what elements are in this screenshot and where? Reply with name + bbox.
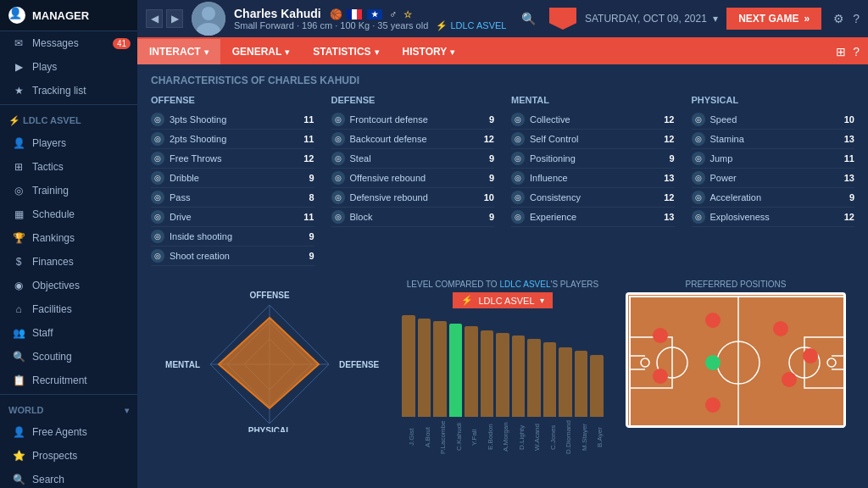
- prospects-icon: ⭐: [12, 450, 25, 462]
- char-skill-icon: ◎: [151, 132, 164, 146]
- sidebar-item-facilities[interactable]: ⌂ Facilities: [0, 297, 137, 321]
- char-skill-icon: ◎: [692, 152, 705, 165]
- char-skill-value: 9: [849, 192, 854, 202]
- sidebar-label-plays: Plays: [32, 61, 57, 73]
- char-skill-icon: ◎: [511, 132, 525, 146]
- char-row: ◎ Experience 13: [511, 208, 675, 227]
- nav-back-button[interactable]: ◀: [146, 9, 163, 28]
- char-skill-label: Drive: [170, 212, 192, 222]
- sidebar-title: MANAGER: [32, 9, 89, 22]
- sidebar-item-search[interactable]: 🔍 Search: [0, 468, 137, 488]
- char-row: ◎ Offensive rebound 9: [331, 169, 495, 188]
- offense-rows: ◎ 3pts Shooting 11 ◎ 2pts Shooting 11 ◎ …: [151, 110, 314, 266]
- court-container: PREFERRED POSITIONS: [617, 280, 854, 454]
- sidebar-label-objectives: Objectives: [32, 280, 80, 291]
- sidebar-item-plays[interactable]: ▶ Plays: [0, 55, 137, 79]
- mental-header: MENTAL: [511, 95, 675, 105]
- subnav-icon2[interactable]: ?: [853, 45, 860, 58]
- sidebar-item-objectives[interactable]: ◉ Objectives: [0, 274, 137, 297]
- physical-header: PHYSICAL: [692, 95, 855, 105]
- char-skill-value: 9: [489, 173, 494, 183]
- char-row: ◎ Frontcourt defense 9: [331, 110, 495, 130]
- world-label: WORLD: [8, 405, 44, 415]
- char-skill-icon: ◎: [331, 132, 345, 146]
- objectives-icon: ◉: [12, 280, 25, 291]
- subnav-icon1[interactable]: ⊞: [836, 45, 846, 58]
- bottom-section: OFFENSE DEFENSE PHYSICAL MENTAL LEVEL CO…: [151, 280, 854, 454]
- subnav-general[interactable]: GENERAL ▾: [220, 39, 302, 64]
- char-skill-icon: ◎: [151, 249, 164, 263]
- char-skill-label: Backcourt defense: [350, 134, 427, 144]
- sidebar-item-rankings[interactable]: 🏆 Rankings: [0, 226, 137, 250]
- char-skill-label: Steal: [350, 153, 371, 164]
- subnav-history[interactable]: HISTORY ▾: [391, 39, 467, 64]
- sidebar-header: 👤 MANAGER: [0, 0, 137, 31]
- sidebar-item-prospects[interactable]: ⭐ Prospects: [0, 444, 137, 468]
- messages-icon: ✉: [12, 37, 25, 49]
- sidebar-label-players: Players: [32, 137, 66, 149]
- team-icon: ⚡: [461, 295, 473, 306]
- char-skill-label: Offensive rebound: [350, 173, 426, 183]
- subnav-statistics[interactable]: STATISTICS ▾: [301, 39, 390, 64]
- sidebar-section-ldlc: ⚡ LDLC ASVEL: [0, 110, 137, 131]
- char-skill-label: Influence: [530, 173, 568, 183]
- sidebar-item-tracking[interactable]: ★ Tracking list: [0, 79, 137, 103]
- help-icon[interactable]: ?: [853, 12, 860, 25]
- sidebar-label-recruitment: Recruitment: [32, 374, 87, 386]
- recruitment-icon: 📋: [12, 374, 25, 386]
- nav-forward-button[interactable]: ▶: [166, 9, 183, 28]
- sidebar-item-tactics[interactable]: ⊞ Tactics: [0, 155, 137, 179]
- bar-item: [418, 319, 431, 417]
- char-skill-value: 13: [664, 212, 674, 222]
- date-chevron-icon[interactable]: ▾: [713, 13, 718, 25]
- facilities-icon: ⌂: [12, 303, 25, 315]
- next-game-button[interactable]: NEXT GAME »: [726, 8, 821, 30]
- svg-point-27: [653, 328, 668, 343]
- sidebar-item-free-agents[interactable]: 👤 Free Agents: [0, 420, 137, 444]
- char-skill-label: Acceleration: [710, 192, 762, 202]
- char-skill-label: Explosiveness: [710, 212, 770, 222]
- search-icon[interactable]: 🔍: [521, 12, 536, 25]
- char-skill-value: 12: [664, 192, 674, 202]
- sidebar-label-messages: Messages: [32, 37, 79, 49]
- char-skill-value: 11: [303, 212, 314, 222]
- sidebar-item-training[interactable]: ◎ Training: [0, 179, 137, 202]
- bar-item: [402, 315, 415, 417]
- court-title: PREFERRED POSITIONS: [686, 280, 787, 289]
- sidebar-item-messages[interactable]: ✉ Messages 41: [0, 31, 137, 55]
- sidebar-section-world[interactable]: WORLD ▾: [0, 400, 137, 420]
- mental-column: MENTAL ◎ Collective 12 ◎ Self Control 12…: [511, 95, 675, 266]
- search-sidebar-icon: 🔍: [12, 474, 25, 485]
- sidebar-item-staff[interactable]: 👥 Staff: [0, 321, 137, 345]
- char-skill-value: 9: [489, 153, 494, 164]
- bar-label-item: A.Morgan: [496, 420, 509, 454]
- char-skill-value: 13: [664, 173, 674, 183]
- gear-icon[interactable]: ⚙: [833, 12, 844, 25]
- char-row: ◎ Collective 12: [511, 110, 675, 130]
- subnav-interact[interactable]: INTERACT ▾: [137, 39, 220, 64]
- team-selector-button[interactable]: ⚡ LDLC ASVEL ▾: [453, 292, 552, 308]
- char-row: ◎ 3pts Shooting 11: [151, 110, 314, 130]
- char-skill-value: 10: [484, 192, 494, 202]
- char-skill-icon: ◎: [692, 171, 705, 185]
- sidebar-item-scouting[interactable]: 🔍 Scouting: [0, 345, 137, 369]
- next-game-arrow-icon: »: [804, 13, 810, 25]
- sidebar-item-finances[interactable]: $ Finances: [0, 250, 137, 274]
- sidebar-item-recruitment[interactable]: 📋 Recruitment: [0, 369, 137, 392]
- sidebar-item-players[interactable]: 👤 Players: [0, 131, 137, 155]
- characteristics-title: CHARACTERISTICS OF CHARLES KAHUDI: [151, 75, 854, 86]
- gender-icon: ♂: [389, 8, 397, 20]
- bar-item: [496, 333, 509, 417]
- sidebar-item-schedule[interactable]: ▦ Schedule: [0, 202, 137, 226]
- char-row: ◎ Influence 13: [511, 169, 675, 188]
- char-row: ◎ Dribble 9: [151, 169, 314, 188]
- bar-label-item: C.Jones: [543, 420, 557, 454]
- bar-label-item: C.Kahudi: [449, 420, 463, 454]
- bar-item: [575, 351, 588, 417]
- team-chevron-icon: ▾: [540, 296, 544, 305]
- main-panel: ◀ ▶ Charles Kahudi 🏀 ★ ♂ ☆ Small: [137, 0, 868, 488]
- bar-item: [433, 321, 447, 417]
- char-row: ◎ Speed 10: [692, 110, 855, 130]
- char-row: ◎ Steal 9: [331, 149, 495, 169]
- tactics-icon: ⊞: [12, 161, 25, 173]
